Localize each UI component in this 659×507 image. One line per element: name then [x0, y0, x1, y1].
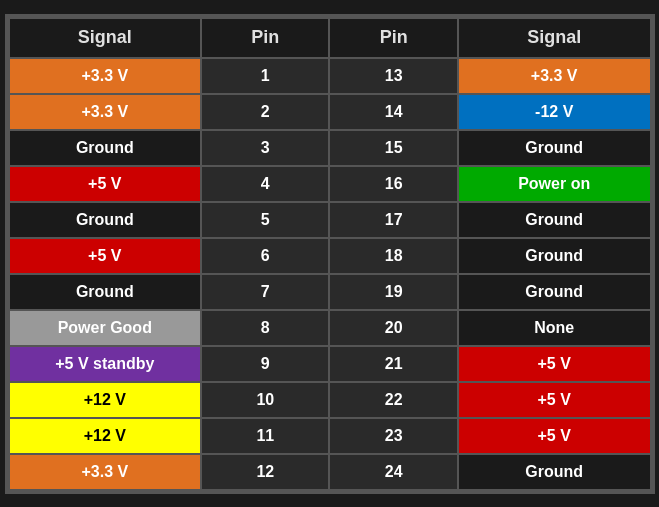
signal-right: Ground: [458, 202, 651, 238]
pin-left: 6: [201, 238, 329, 274]
pin-right: 15: [329, 130, 457, 166]
signal-right: -12 V: [458, 94, 651, 130]
header-row: Signal Pin Pin Signal: [9, 18, 651, 58]
signal-right: Power on: [458, 166, 651, 202]
pin-left: 12: [201, 454, 329, 490]
table-row: +12 V1022+5 V: [9, 382, 651, 418]
signal-left: Ground: [9, 130, 202, 166]
pin-left: 7: [201, 274, 329, 310]
pin-right: 24: [329, 454, 457, 490]
pin-left: 11: [201, 418, 329, 454]
signal-right: +5 V: [458, 418, 651, 454]
pin-left: 2: [201, 94, 329, 130]
pin-right: 13: [329, 58, 457, 94]
pin-right: 22: [329, 382, 457, 418]
signal-left: +3.3 V: [9, 94, 202, 130]
table-row: +5 V416Power on: [9, 166, 651, 202]
signal-left: Power Good: [9, 310, 202, 346]
header-pin-right: Pin: [329, 18, 457, 58]
pin-left: 9: [201, 346, 329, 382]
header-signal-left: Signal: [9, 18, 202, 58]
pin-right: 14: [329, 94, 457, 130]
signal-left: +3.3 V: [9, 58, 202, 94]
signal-right: Ground: [458, 130, 651, 166]
signal-right: Ground: [458, 238, 651, 274]
signal-left: Ground: [9, 202, 202, 238]
table-row: +12 V1123+5 V: [9, 418, 651, 454]
atx-pinout-table: Signal Pin Pin Signal +3.3 V113+3.3 V+3.…: [5, 14, 655, 494]
pin-left: 3: [201, 130, 329, 166]
signal-right: +5 V: [458, 346, 651, 382]
signal-left: +5 V standby: [9, 346, 202, 382]
pin-right: 20: [329, 310, 457, 346]
signal-right: +5 V: [458, 382, 651, 418]
pin-left: 10: [201, 382, 329, 418]
table-row: +3.3 V113+3.3 V: [9, 58, 651, 94]
signal-right: Ground: [458, 454, 651, 490]
pin-left: 5: [201, 202, 329, 238]
signal-left: +3.3 V: [9, 454, 202, 490]
pin-right: 18: [329, 238, 457, 274]
pin-right: 16: [329, 166, 457, 202]
header-pin-left: Pin: [201, 18, 329, 58]
signal-left: Ground: [9, 274, 202, 310]
pin-left: 1: [201, 58, 329, 94]
pin-right: 17: [329, 202, 457, 238]
signal-left: +5 V: [9, 166, 202, 202]
signal-right: None: [458, 310, 651, 346]
signal-right: Ground: [458, 274, 651, 310]
signal-right: +3.3 V: [458, 58, 651, 94]
signal-left: +5 V: [9, 238, 202, 274]
table-row: +3.3 V1224Ground: [9, 454, 651, 490]
pin-right: 19: [329, 274, 457, 310]
pin-right: 23: [329, 418, 457, 454]
table-row: +3.3 V214-12 V: [9, 94, 651, 130]
table-row: +5 V618Ground: [9, 238, 651, 274]
table-row: Ground517Ground: [9, 202, 651, 238]
table-row: Ground315Ground: [9, 130, 651, 166]
table-row: Ground719Ground: [9, 274, 651, 310]
table-row: +5 V standby921+5 V: [9, 346, 651, 382]
table-row: Power Good820None: [9, 310, 651, 346]
signal-left: +12 V: [9, 382, 202, 418]
pin-left: 8: [201, 310, 329, 346]
signal-left: +12 V: [9, 418, 202, 454]
pin-left: 4: [201, 166, 329, 202]
header-signal-right: Signal: [458, 18, 651, 58]
pin-right: 21: [329, 346, 457, 382]
